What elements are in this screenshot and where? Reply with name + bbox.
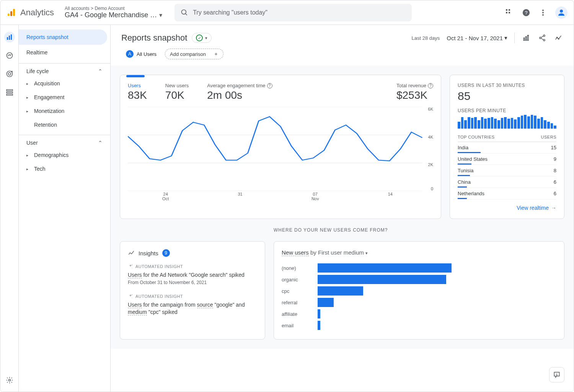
sidenav-item-retention[interactable]: Retention [19, 118, 110, 132]
svg-line-32 [541, 38, 544, 40]
svg-rect-22 [7, 92, 13, 93]
overview-card: Users83KNew users70KAverage engagement t… [120, 75, 441, 219]
svg-line-31 [541, 36, 544, 38]
segment-all-users[interactable]: AAll Users [121, 49, 161, 59]
sidenav-item-tech[interactable]: ▸Tech [19, 162, 110, 176]
country-row[interactable]: United States9 [458, 154, 556, 165]
channel-bar-row: cpc [282, 286, 556, 296]
help-icon[interactable]: ? [428, 83, 433, 88]
sidenav-section-user[interactable]: User⌃ [19, 135, 110, 148]
date-range-text: Oct 21 - Nov 17, 2021 [447, 35, 503, 41]
svg-text:?: ? [525, 10, 527, 15]
channel-bar-row: (none) [282, 263, 556, 273]
rail-reports-icon[interactable] [4, 32, 15, 42]
country-row[interactable]: India15 [458, 142, 556, 154]
top-countries-header: TOP COUNTRIES [458, 135, 495, 139]
svg-point-11 [542, 10, 544, 11]
svg-point-40 [132, 268, 132, 268]
users-per-min-sparkbar [458, 115, 556, 129]
svg-rect-0 [8, 13, 10, 16]
svg-point-44 [556, 375, 557, 376]
product-logo-block: Analytics [7, 8, 54, 18]
plus-icon: ＋ [214, 51, 219, 57]
caret-down-icon: ▾ [365, 251, 368, 255]
sidenav-item-reports-snapshot[interactable]: Reports snapshot [19, 29, 107, 45]
svg-point-33 [556, 37, 558, 38]
arrow-right-icon: → [551, 205, 556, 211]
svg-point-20 [8, 73, 11, 75]
svg-point-42 [132, 297, 132, 298]
sidenav-item-realtime[interactable]: Realtime [19, 45, 107, 60]
acquisition-card: New users by First user medium ▾ (none)o… [274, 241, 564, 340]
sidenav-item-monetization[interactable]: ▸Monetization [19, 104, 110, 118]
feedback-button[interactable] [549, 367, 564, 382]
more-icon[interactable] [538, 8, 548, 17]
rail-explore-icon[interactable] [4, 50, 15, 61]
svg-point-34 [558, 38, 559, 39]
realtime-card: USERS IN LAST 30 MINUTES 85 USERS PER MI… [450, 75, 564, 219]
users-per-min-label: USERS PER MINUTE [458, 108, 556, 113]
breadcrumb[interactable]: All accounts > Demo Account [65, 6, 162, 11]
insights-count-badge: 9 [162, 249, 170, 257]
search-box[interactable] [174, 4, 412, 21]
date-range-picker[interactable]: Oct 21 - Nov 17, 2021▾ [447, 34, 507, 41]
help-icon[interactable]: ? [522, 8, 531, 17]
svg-line-4 [186, 13, 187, 15]
svg-point-39 [132, 265, 132, 265]
account-avatar[interactable] [555, 7, 567, 19]
svg-point-24 [8, 379, 10, 381]
sparkle-icon [128, 294, 133, 299]
rail-configure-icon[interactable] [4, 87, 15, 98]
svg-point-18 [7, 53, 12, 59]
page-title: Reports snapshot [121, 33, 187, 43]
metric-users[interactable]: Users83K [128, 83, 147, 101]
sidenav-item-acquisition[interactable]: ▸Acquisition [19, 77, 110, 90]
metric-total-revenue: Total revenue ?$253K [396, 83, 433, 101]
svg-rect-2 [13, 9, 15, 16]
channel-bar-row: organic [282, 274, 556, 285]
svg-point-3 [182, 10, 186, 14]
status-chip[interactable]: ✓ ▾ [192, 33, 212, 43]
caret-down-icon: ▾ [159, 11, 162, 19]
share-icon[interactable] [538, 33, 547, 42]
rail-admin-icon[interactable] [4, 375, 15, 385]
insight-item[interactable]: AUTOMATED INSIGHTUsers for the campaign … [128, 294, 257, 316]
country-row[interactable]: China6 [458, 176, 556, 188]
search-icon [181, 9, 188, 16]
svg-rect-26 [525, 37, 527, 41]
metric-new-users: New users70K [165, 83, 189, 101]
customize-icon[interactable] [522, 33, 531, 42]
help-icon[interactable]: ? [267, 83, 272, 88]
segment-label: All Users [137, 51, 157, 57]
svg-rect-15 [7, 37, 8, 40]
nav-rail [0, 25, 19, 392]
chevron-up-icon: ⌃ [98, 68, 103, 74]
insights-icon[interactable] [554, 33, 563, 42]
insight-item[interactable]: AUTOMATED INSIGHTUsers for the Ad Networ… [128, 264, 257, 285]
topbar: Analytics All accounts > Demo Account GA… [0, 0, 574, 25]
apps-icon[interactable] [505, 8, 514, 17]
search-input[interactable] [193, 9, 406, 16]
date-prefix: Last 28 days [412, 35, 440, 41]
sidenav-item-demographics[interactable]: ▸Demographics [19, 148, 110, 162]
property-selector[interactable]: GA4 - Google Merchandise … ▾ [65, 11, 162, 19]
caret-down-icon: ▾ [504, 34, 507, 41]
insights-card: Insights 9 AUTOMATED INSIGHTUsers for th… [120, 241, 265, 340]
acquisition-dimension-selector[interactable]: New users by First user medium ▾ [282, 249, 556, 256]
country-row[interactable]: Netherlands6 [458, 188, 556, 199]
rail-advertising-icon[interactable] [4, 69, 15, 79]
svg-point-13 [542, 14, 544, 16]
sidenav-item-engagement[interactable]: ▸Engagement [19, 90, 110, 104]
add-comparison-button[interactable]: Add comparison ＋ [165, 49, 223, 59]
acquisition-bar-chart: (none)organiccpcreferralaffiliateemail [282, 263, 556, 331]
property-name: GA4 - Google Merchandise … [65, 11, 157, 19]
realtime-title: USERS IN LAST 30 MINUTES [458, 83, 556, 88]
country-row[interactable]: Tunisia8 [458, 165, 556, 176]
caret-down-icon: ▾ [205, 36, 207, 41]
view-realtime-link[interactable]: View realtime→ [458, 205, 556, 211]
sidenav-section-life-cycle[interactable]: Life cycle⌃ [19, 63, 110, 77]
main-content: Reports snapshot ✓ ▾ Last 28 days Oct 21… [111, 25, 574, 392]
svg-rect-8 [509, 12, 510, 13]
svg-rect-17 [11, 34, 12, 40]
channel-bar-row: email [282, 320, 556, 331]
